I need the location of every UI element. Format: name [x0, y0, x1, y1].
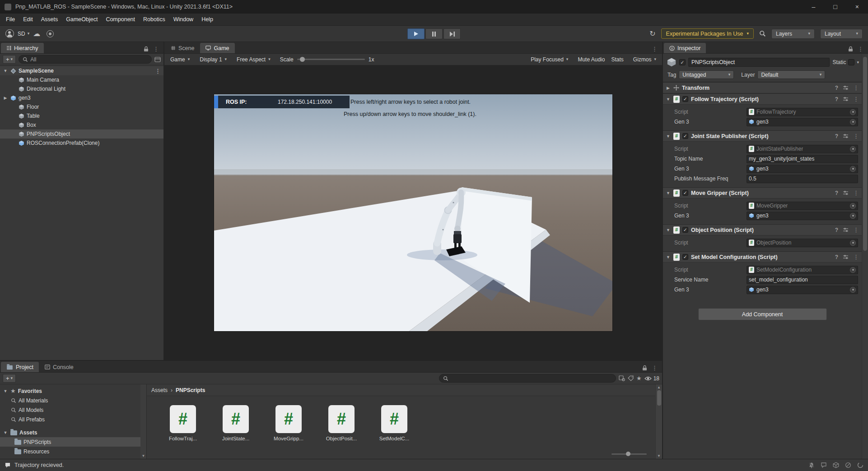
foldout-arrow-icon[interactable]: ▼ [3, 430, 8, 435]
tab-scene[interactable]: Scene [165, 43, 200, 53]
presets-icon[interactable] [843, 254, 849, 260]
script-object-field[interactable]: # ObjectPosition [747, 239, 858, 247]
menu-help[interactable]: Help [197, 16, 217, 23]
component-header-move-gripper[interactable]: ▼ # ✓ Move Gripper (Script) ? ⋮ [663, 187, 862, 199]
component-header-joint-state-publisher[interactable]: ▼ # ✓ Joint State Publisher (Script) ? ⋮ [663, 130, 862, 142]
scene-visibility-icon[interactable] [154, 57, 161, 62]
notification-bell-muted-icon[interactable] [808, 462, 815, 468]
game-render-frame[interactable]: ROS IP: 172.18.250.141:10000 Press left/… [214, 94, 612, 331]
active-checkbox[interactable]: ✓ [679, 59, 686, 65]
help-icon[interactable]: ? [835, 254, 838, 260]
favorite-all-prefabs[interactable]: All Prefabs [0, 415, 146, 424]
lock-icon[interactable] [848, 46, 853, 52]
static-checkbox[interactable] [848, 59, 854, 65]
lock-icon[interactable] [642, 365, 647, 371]
script-object-field[interactable]: # JointStatePublisher [747, 145, 858, 153]
mute-audio-toggle[interactable]: Mute Audio [578, 56, 605, 63]
scrollbar-thumb[interactable] [657, 390, 661, 406]
script-object-field[interactable]: # SetModelConfiguration [747, 266, 858, 274]
breadcrumb-current[interactable]: PNPScripts [176, 387, 205, 393]
asset-followtrajectory-script[interactable]: # FollowTraj... [164, 405, 202, 459]
asset-movegripper-script[interactable]: # MoveGripp... [270, 405, 308, 459]
gen3-object-field[interactable]: gen3 [747, 165, 858, 173]
object-name-field[interactable]: PNPScriptsObject [688, 58, 830, 67]
tab-console[interactable]: Console [39, 362, 79, 372]
folder-pnpscripts[interactable]: PNPScripts [0, 437, 146, 447]
kebab-menu-icon[interactable]: ⋮ [858, 46, 863, 52]
menu-window[interactable]: Window [169, 16, 197, 23]
add-component-button[interactable]: Add Component [698, 308, 827, 320]
kebab-menu-icon[interactable]: ⋮ [853, 133, 859, 139]
console-message-icon[interactable] [5, 462, 11, 468]
display-number-dropdown[interactable]: Display 1 ▾ [196, 55, 230, 64]
gen3-object-field[interactable]: gen3 [747, 118, 858, 126]
component-enabled-checkbox[interactable]: ✓ [682, 96, 688, 102]
tab-project[interactable]: Project [1, 362, 39, 372]
gen3-object-field[interactable]: gen3 [747, 286, 858, 294]
topic-name-field[interactable]: my_gen3_unity/joint_states [747, 155, 858, 163]
object-picker-icon[interactable] [850, 166, 856, 172]
tag-dropdown[interactable]: Untagged ▾ [679, 70, 734, 79]
menu-edit[interactable]: Edit [19, 16, 37, 23]
asset-objectposition-script[interactable]: # ObjectPosit... [322, 405, 360, 459]
saved-search-star-icon[interactable]: ★ [636, 375, 642, 381]
presets-icon[interactable] [843, 227, 849, 233]
account-avatar-icon[interactable] [5, 29, 14, 38]
hidden-packages-count[interactable]: 18 [644, 375, 659, 382]
transform-component-header[interactable]: ▶ Transform ? ⋮ [663, 82, 862, 93]
object-picker-icon[interactable] [850, 240, 856, 246]
status-message[interactable]: Trajectory recieved. [14, 462, 64, 468]
foldout-arrow-icon[interactable]: ▼ [666, 191, 671, 195]
close-button[interactable]: × [855, 3, 859, 10]
component-header-set-model-configuration[interactable]: ▼ # ✓ Set Model Configuration (Script) ?… [663, 251, 862, 263]
maximize-button[interactable]: □ [833, 3, 837, 10]
scrollbar-thumb[interactable] [863, 57, 867, 251]
favorite-all-materials[interactable]: All Materials [0, 396, 146, 405]
foldout-arrow-icon[interactable]: ▼ [666, 97, 671, 102]
favorites-section[interactable]: ▼ ★ Favorites [0, 386, 146, 396]
aspect-ratio-dropdown[interactable]: Free Aspect ▾ [233, 55, 274, 64]
publish-frequency-field[interactable]: 0.5 [747, 175, 858, 183]
play-button[interactable] [407, 28, 425, 39]
foldout-arrow-icon[interactable]: ▼ [3, 69, 8, 73]
chevron-down-icon[interactable]: ▾ [857, 60, 859, 65]
gen3-object-field[interactable]: gen3 [747, 212, 858, 220]
display-target-dropdown[interactable]: Game ▾ [167, 55, 193, 64]
component-enabled-checkbox[interactable]: ✓ [682, 254, 688, 260]
assets-root-folder[interactable]: ▼ Assets [0, 428, 146, 437]
presets-icon[interactable] [843, 96, 849, 102]
object-picker-icon[interactable] [850, 109, 856, 115]
foldout-arrow-icon[interactable]: ▶ [3, 96, 8, 100]
script-object-field[interactable]: # FollowTrajectory [747, 108, 858, 116]
hierarchy-item-gen3[interactable]: ▶ gen3 [0, 93, 163, 102]
scale-slider[interactable] [297, 59, 365, 60]
object-picker-icon[interactable] [850, 146, 856, 152]
minimize-button[interactable]: – [812, 3, 816, 10]
script-object-field[interactable]: # MoveGripper [747, 202, 858, 210]
help-icon[interactable]: ? [835, 227, 838, 233]
kebab-menu-icon[interactable]: ⋮ [153, 46, 159, 52]
stats-toggle[interactable]: Stats [611, 56, 623, 63]
folder-resources[interactable]: Resources [0, 447, 146, 456]
component-enabled-checkbox[interactable]: ✓ [682, 190, 688, 196]
presets-icon[interactable] [843, 133, 849, 139]
hierarchy-item-rosconnectionprefab[interactable]: ROSConnectionPrefab(Clone) [0, 139, 163, 148]
experimental-packages-warning-button[interactable]: Experimental Packages In Use ▾ [661, 28, 754, 39]
tree-scrollbar[interactable]: ▼ [140, 384, 146, 459]
blocked-circle-icon[interactable] [845, 462, 851, 468]
foldout-arrow-icon[interactable]: ▶ [666, 86, 671, 90]
project-search-input[interactable] [439, 374, 616, 383]
help-icon[interactable]: ? [835, 133, 838, 139]
foldout-arrow-icon[interactable]: ▼ [666, 255, 671, 259]
help-icon[interactable]: ? [835, 85, 838, 91]
kebab-menu-icon[interactable]: ⋮ [853, 85, 859, 91]
component-header-follow-trajectory[interactable]: ▼ # ✓ Follow Trajectory (Script) ? ⋮ [663, 93, 862, 105]
component-header-object-position[interactable]: ▼ # ✓ Object Position (Script) ? ⋮ [663, 224, 862, 236]
menu-component[interactable]: Component [102, 16, 139, 23]
object-picker-icon[interactable] [850, 119, 856, 125]
scroll-down-icon[interactable]: ▼ [657, 453, 661, 459]
layers-dropdown[interactable]: Layers ▾ [771, 29, 815, 39]
kebab-menu-icon[interactable]: ⋮ [155, 68, 161, 74]
asset-zoom-knob[interactable] [626, 452, 630, 456]
hierarchy-item-directional-light[interactable]: Directional Light [0, 84, 163, 93]
